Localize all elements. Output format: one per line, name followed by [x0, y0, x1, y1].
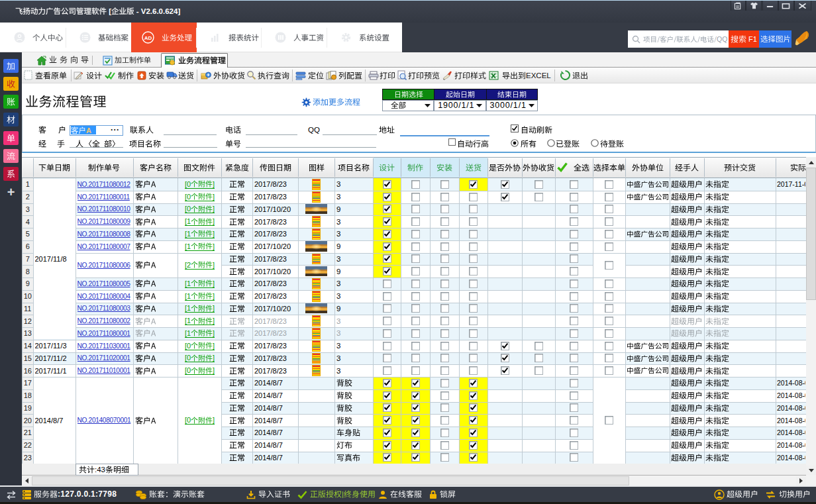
svg-text:AD: AD — [144, 35, 152, 41]
